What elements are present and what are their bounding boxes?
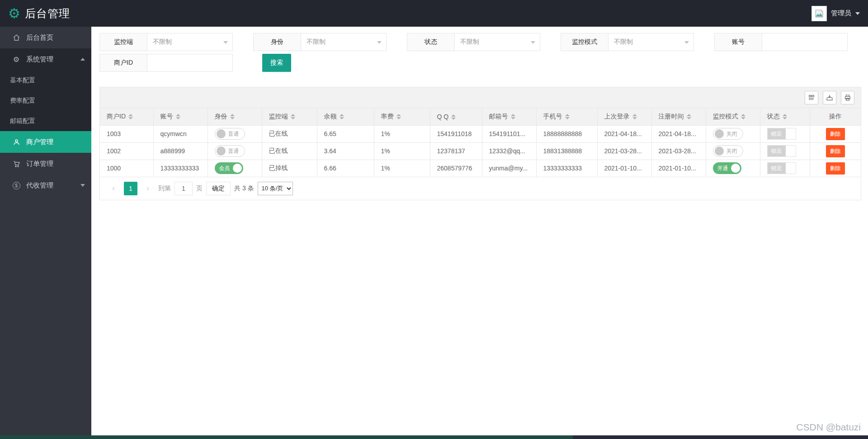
cell-monitor-client: 已掉线 (262, 160, 317, 177)
sidebar-subitem-mail-config[interactable]: 邮箱配置 (0, 111, 91, 131)
sort-icon[interactable] (741, 114, 745, 119)
col-actions: 操作 (810, 108, 861, 125)
sort-icon[interactable] (451, 114, 456, 120)
search-button[interactable]: 搜索 (262, 54, 291, 72)
horizontal-scrollbar[interactable] (0, 435, 868, 439)
cell-qq: 12378137 (430, 142, 482, 160)
sidebar-item-system[interactable]: ⚙ 系统管理 (0, 48, 91, 70)
chevron-down-icon (223, 41, 228, 44)
monitor-mode-toggle[interactable]: 关闭 (713, 145, 743, 157)
cell-register-time: 2021-04-18... (651, 125, 706, 142)
sidebar-subitem-rate-config[interactable]: 费率配置 (0, 90, 91, 111)
merchant-id-input[interactable] (147, 54, 232, 71)
selected-value: 不限制 (307, 38, 326, 46)
scrollbar-thumb[interactable] (0, 435, 573, 439)
cell-qq: 1541911018 (430, 125, 482, 142)
page-number-button[interactable]: 1 (124, 182, 137, 195)
table-row: 1003 qcymwcn 普通 已在线 6.65 1% 1541911018 1… (100, 125, 861, 142)
chevron-up-icon (80, 58, 85, 61)
identity-toggle[interactable]: 普通 (215, 128, 245, 140)
identity-toggle[interactable]: 会员 (215, 162, 243, 174)
export-icon[interactable] (823, 91, 836, 104)
sidebar-item-collections[interactable]: $ 代收管理 (0, 175, 91, 196)
sidebar-item-label: 代收管理 (26, 181, 80, 190)
cell-phone: 18888888888 (536, 125, 597, 142)
confirm-button[interactable]: 确定 (206, 182, 231, 195)
filter-status: 状态 不限制 (407, 33, 540, 51)
col-qq: Q Q (430, 108, 482, 125)
sort-icon[interactable] (511, 114, 515, 119)
cell-last-login: 2021-03-28... (597, 142, 651, 160)
next-page-icon[interactable]: › (141, 182, 155, 195)
identity-select[interactable]: 不限制 (301, 33, 386, 51)
sort-icon[interactable] (230, 114, 235, 119)
prev-page-icon[interactable]: ‹ (107, 182, 120, 195)
cell-account: qcymwcn (153, 125, 208, 142)
lock-status-toggle[interactable]: 锁定 (767, 128, 796, 140)
monitor-mode-select[interactable]: 不限制 (609, 33, 693, 51)
sort-icon[interactable] (128, 114, 133, 119)
sidebar-item-label: 商户管理 (26, 138, 85, 146)
table-row: 1002 a888999 普通 已在线 3.64 1% 12378137 123… (100, 142, 861, 160)
filter-label: 监控模式 (561, 33, 609, 51)
gear-logo-icon: ⚙ (8, 7, 20, 20)
page-word-label: 页 (196, 184, 203, 193)
filter-account: 账号 (714, 33, 848, 51)
filter-columns-icon[interactable] (805, 91, 818, 104)
sidebar-item-label: 系统管理 (26, 55, 80, 64)
monitor-client-select[interactable]: 不限制 (147, 33, 232, 51)
sort-icon[interactable] (176, 114, 180, 119)
goto-page-input[interactable] (175, 182, 193, 195)
cell-email: yunma@my... (482, 160, 536, 177)
filter-row-2: 商户ID 搜索 (99, 54, 861, 72)
monitor-mode-toggle[interactable]: 关闭 (713, 128, 743, 140)
topbar: ⚙ 后台管理 管理员 (0, 0, 868, 27)
merchant-table: 商户ID 账号 身份 监控端 余额 率费 Q Q 邮箱号 手机号 上次登录 注册… (100, 108, 861, 177)
total-count-label: 共 3 条 (234, 184, 254, 193)
sort-icon[interactable] (687, 114, 691, 119)
sort-icon[interactable] (783, 114, 787, 119)
pagination: ‹ 1 › 到第 页 确定 共 3 条 10 条/页 (100, 177, 861, 200)
sidebar-subitem-basic-config[interactable]: 基本配置 (0, 70, 91, 90)
filter-row-1: 监控端 不限制 身份 不限制 状态 不限制 监控模式 不限制 (99, 33, 861, 51)
cell-monitor-client: 已在线 (262, 125, 317, 142)
table-toolbar (100, 87, 861, 108)
lock-status-toggle[interactable]: 锁定 (767, 162, 796, 174)
cell-email: 154191101... (482, 125, 536, 142)
sidebar-item-orders[interactable]: 订单管理 (0, 153, 91, 175)
gear-icon: ⚙ (12, 55, 21, 64)
app-title: 后台管理 (25, 6, 70, 21)
monitor-mode-toggle[interactable]: 开通 (713, 162, 741, 174)
merchant-table-card: 商户ID 账号 身份 监控端 余额 率费 Q Q 邮箱号 手机号 上次登录 注册… (99, 87, 861, 200)
cart-icon (12, 160, 21, 168)
sort-icon[interactable] (291, 114, 295, 119)
filter-label: 监控端 (100, 33, 147, 51)
status-select[interactable]: 不限制 (455, 33, 540, 51)
lock-status-toggle[interactable]: 锁定 (767, 145, 796, 157)
delete-button[interactable]: 删除 (826, 128, 845, 140)
user-menu[interactable]: 管理员 (811, 6, 860, 21)
account-input[interactable] (762, 33, 847, 51)
home-icon (12, 34, 21, 42)
sort-icon[interactable] (632, 114, 637, 119)
filter-label: 商户ID (100, 54, 147, 71)
cell-merchant-id: 1002 (100, 142, 153, 160)
cell-merchant-id: 1003 (100, 125, 153, 142)
print-icon[interactable] (841, 91, 854, 104)
selected-value: 不限制 (153, 38, 172, 46)
cell-rate: 1% (374, 142, 430, 160)
cell-register-time: 2021-03-28... (651, 142, 706, 160)
sidebar-item-home[interactable]: 后台首页 (0, 27, 91, 48)
sort-icon[interactable] (565, 114, 570, 119)
sidebar-item-merchants[interactable]: 商户管理 (0, 131, 91, 153)
sort-icon[interactable] (396, 114, 401, 119)
delete-button[interactable]: 删除 (826, 145, 845, 157)
page-size-select[interactable]: 10 条/页 (258, 182, 293, 195)
avatar-broken-image-icon (811, 6, 827, 21)
identity-toggle[interactable]: 普通 (215, 145, 245, 157)
delete-button[interactable]: 删除 (826, 162, 845, 175)
sort-icon[interactable] (340, 114, 344, 119)
cell-rate: 1% (374, 125, 430, 142)
cell-phone: 13333333333 (536, 160, 597, 177)
col-phone: 手机号 (536, 108, 597, 125)
